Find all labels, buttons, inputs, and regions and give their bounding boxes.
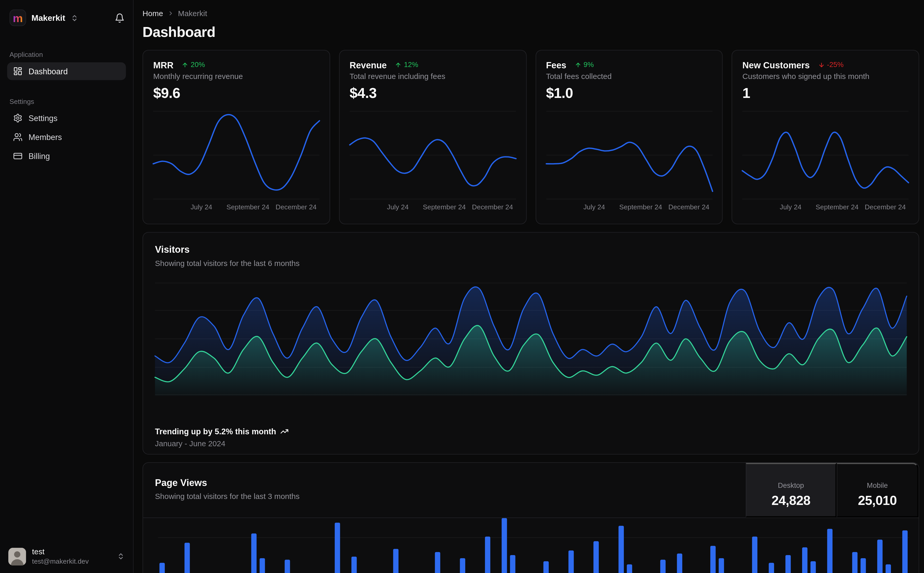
users-icon <box>13 132 23 142</box>
chart-x-axis: July 24 September 24 December 24 <box>153 204 319 211</box>
desktop-label: Desktop <box>756 481 826 490</box>
chart-x-axis: July 24 September 24 December 24 <box>350 204 516 211</box>
mobile-toggle-button[interactable]: Mobile 25,010 <box>837 463 919 517</box>
gear-icon <box>13 113 23 123</box>
user-name: test <box>32 548 89 556</box>
workspace-selector: m Makerkit <box>0 0 133 33</box>
sidebar-item-label: Dashboard <box>28 67 68 75</box>
stat-value: 1 <box>742 86 908 100</box>
chevrons-up-down-icon <box>117 553 125 560</box>
notifications-bell-icon[interactable] <box>115 13 125 23</box>
sidebar-item-settings[interactable]: Settings <box>7 109 126 127</box>
page-views-bar-chart <box>158 518 909 573</box>
main-content: Home Makerkit Dashboard MRR 20% Monthly … <box>133 0 924 573</box>
visitors-card: Visitors Showing total visitors for the … <box>143 232 919 454</box>
new-customers-sparkline-chart <box>742 110 908 200</box>
stat-card-mrr: MRR 20% Monthly recurring revenue $9.6 J… <box>143 50 330 224</box>
sidebar-item-billing[interactable]: Billing <box>7 147 126 165</box>
visitors-trend: Trending up by 5.2% this month <box>155 427 907 436</box>
trend-badge: 20% <box>182 61 205 69</box>
visitors-period: January - June 2024 <box>155 439 907 448</box>
arrow-up-icon <box>575 61 581 68</box>
visitors-area-chart <box>155 282 907 396</box>
workspace-name[interactable]: Makerkit <box>31 13 65 23</box>
revenue-sparkline-chart <box>350 110 516 200</box>
stat-title: Revenue <box>350 60 387 70</box>
stat-subtitle: Customers who signed up this month <box>742 72 908 81</box>
sidebar: m Makerkit Application Dashboard Setting… <box>0 0 133 573</box>
stat-card-new-customers: New Customers -25% Customers who signed … <box>732 50 919 224</box>
page-views-header: Page Views Showing total visitors for th… <box>143 463 919 518</box>
logo-letter: m <box>13 12 23 23</box>
sidebar-nav: Application Dashboard Settings Settings … <box>0 33 133 540</box>
stat-subtitle: Total fees collected <box>546 72 712 81</box>
stat-cards-row: MRR 20% Monthly recurring revenue $9.6 J… <box>143 50 919 224</box>
page-views-toggles: Desktop 24,828 Mobile 25,010 <box>746 463 919 517</box>
makerkit-logo[interactable]: m <box>9 9 26 26</box>
stat-value: $4.3 <box>350 86 516 100</box>
chevron-right-icon <box>167 10 174 17</box>
trend-badge: -25% <box>818 61 843 69</box>
sidebar-item-label: Settings <box>28 114 57 123</box>
mrr-sparkline-chart <box>153 110 319 200</box>
visitors-title: Visitors <box>155 244 907 255</box>
user-avatar <box>8 548 26 566</box>
breadcrumb: Home Makerkit <box>143 8 919 19</box>
stat-card-revenue: Revenue 12% Total revenue including fees… <box>339 50 526 224</box>
app-window: m Makerkit Application Dashboard Setting… <box>0 0 924 573</box>
user-menu[interactable]: test test@makerkit.dev <box>0 540 133 573</box>
mobile-value: 25,010 <box>847 493 908 509</box>
dashboard-grid-icon <box>13 66 23 76</box>
nav-section-label-settings: Settings <box>9 98 124 105</box>
stat-card-fees: Fees 9% Total fees collected $1.0 July 2… <box>535 50 723 224</box>
trend-badge: 9% <box>575 61 594 69</box>
page-views-card: Page Views Showing total visitors for th… <box>143 462 919 573</box>
mobile-label: Mobile <box>847 481 908 490</box>
sidebar-item-label: Billing <box>28 152 50 161</box>
arrow-up-icon <box>182 61 188 68</box>
user-email: test@makerkit.dev <box>32 558 89 565</box>
desktop-toggle-button[interactable]: Desktop 24,828 <box>746 463 837 517</box>
nav-section-label-application: Application <box>9 51 124 58</box>
trending-up-icon <box>280 427 289 435</box>
trend-badge: 12% <box>395 61 418 69</box>
arrow-down-icon <box>818 61 824 68</box>
desktop-value: 24,828 <box>756 493 826 509</box>
chevrons-up-down-icon[interactable] <box>71 14 78 22</box>
stat-subtitle: Total revenue including fees <box>350 72 516 81</box>
stat-subtitle: Monthly recurring revenue <box>153 72 319 81</box>
breadcrumb-home-link[interactable]: Home <box>143 9 163 18</box>
stat-title: New Customers <box>742 60 809 70</box>
stat-title: Fees <box>546 60 566 70</box>
arrow-up-icon <box>395 61 402 68</box>
chart-x-axis: July 24 September 24 December 24 <box>546 204 712 211</box>
breadcrumb-current: Makerkit <box>178 9 207 18</box>
stat-value: $9.6 <box>153 86 319 100</box>
credit-card-icon <box>13 152 23 161</box>
sidebar-item-dashboard[interactable]: Dashboard <box>7 62 126 80</box>
sidebar-item-members[interactable]: Members <box>7 128 126 146</box>
sidebar-item-label: Members <box>28 133 62 142</box>
visitors-subtitle: Showing total visitors for the last 6 mo… <box>155 259 907 268</box>
page-title: Dashboard <box>143 23 919 40</box>
stat-title: MRR <box>153 60 173 70</box>
stat-value: $1.0 <box>546 86 712 100</box>
fees-sparkline-chart <box>546 110 712 200</box>
chart-x-axis: July 24 September 24 December 24 <box>742 204 908 211</box>
